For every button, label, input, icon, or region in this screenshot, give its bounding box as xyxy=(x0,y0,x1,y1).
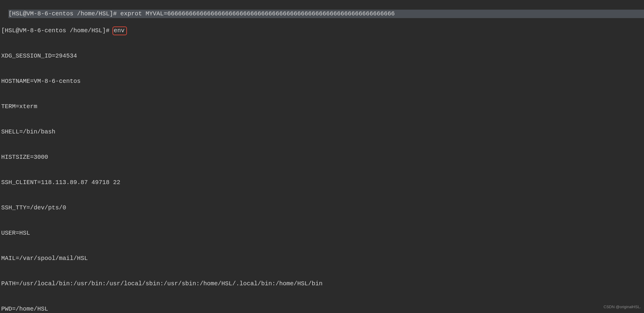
env-output-line: HOSTNAME=VM-8-6-centos xyxy=(1,77,644,86)
command-line-1: [HSL@VM-8-6-centos /home/HSL]# exprot MY… xyxy=(8,10,644,18)
env-output-line: TERM=xterm xyxy=(1,102,644,111)
env-output-line: PWD=/home/HSL xyxy=(1,305,644,313)
env-output-line: HISTSIZE=3000 xyxy=(1,153,644,161)
env-output-line: SHELL=/bin/bash xyxy=(1,128,644,136)
env-output-line: XDG_SESSION_ID=294534 xyxy=(1,52,644,60)
env-command-highlight: env xyxy=(112,27,127,35)
env-output-line: SSH_CLIENT=118.113.89.87 49718 22 xyxy=(1,178,644,187)
env-output-line: USER=HSL xyxy=(1,229,644,237)
prompt-text: [HSL@VM-8-6-centos /home/HSL]# xyxy=(1,27,109,34)
command-line-2: [HSL@VM-8-6-centos /home/HSL]# env xyxy=(1,27,644,35)
env-output-line: PATH=/usr/local/bin:/usr/bin:/usr/local/… xyxy=(1,280,644,288)
env-output-line: SSH_TTY=/dev/pts/0 xyxy=(1,204,644,212)
command-text: exprot MYVAL= xyxy=(120,10,167,17)
watermark-text: CSDN @originalHSL. xyxy=(604,303,641,311)
prompt-text: [HSL@VM-8-6-centos /home/HSL]# xyxy=(8,10,120,17)
command-value: 6666666666666666666666666666666666666666… xyxy=(167,10,395,17)
terminal-output[interactable]: [HSL@VM-8-6-centos /home/HSL]# exprot MY… xyxy=(1,1,644,313)
env-output-line: MAIL=/var/spool/mail/HSL xyxy=(1,254,644,263)
